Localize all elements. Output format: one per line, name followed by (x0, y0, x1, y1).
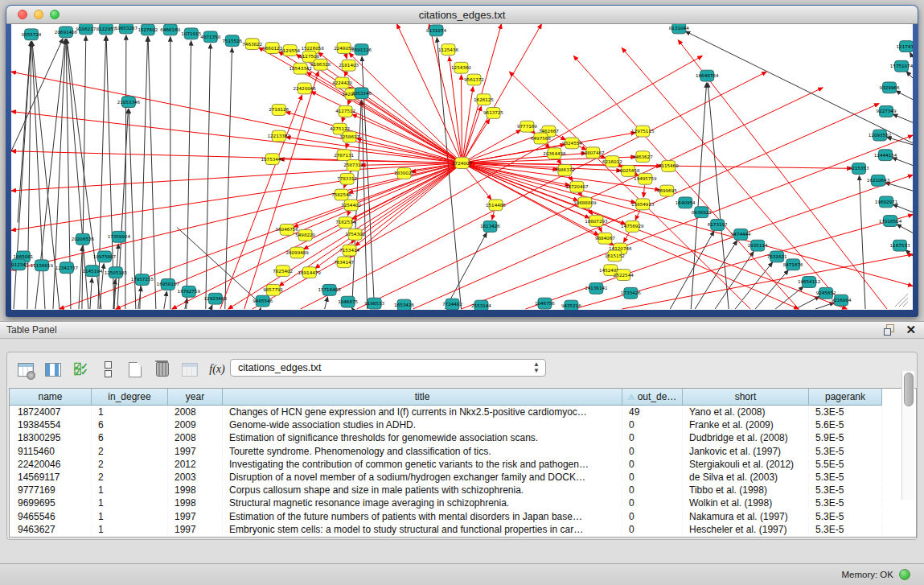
network-node[interactable]: 1640954 (676, 197, 696, 208)
network-node[interactable]: 4671358 (200, 31, 220, 43)
network-node[interactable]: 1217437 (897, 41, 913, 52)
network-node[interactable]: 8591326 (351, 44, 372, 56)
table-panel-header[interactable]: Table Panel ✕ (0, 321, 924, 339)
cell-short[interactable]: Wolkin et al. (1998) (683, 497, 809, 509)
network-node[interactable]: 4127512 (335, 106, 355, 117)
cell-year[interactable]: 1997 (168, 524, 223, 535)
network-node[interactable]: 12923488 (204, 293, 228, 304)
network-node[interactable]: 8131044 (669, 24, 689, 34)
table-row[interactable]: 969969511998Structural magnetic resonanc… (10, 496, 916, 509)
row-height-icon[interactable] (97, 359, 118, 380)
network-node[interactable]: 12975115 (631, 126, 655, 137)
network-node[interactable]: 2553144 (471, 300, 491, 310)
network-node[interactable]: 16648784 (696, 70, 719, 81)
cell-in_degree[interactable]: 1 (92, 511, 168, 522)
cell-out_degree[interactable]: 49 (622, 406, 683, 418)
network-node[interactable]: 11156819 (31, 260, 54, 271)
network-node[interactable]: 9561372 (464, 74, 484, 85)
cell-year[interactable]: 2008 (168, 432, 223, 443)
cell-in_degree[interactable]: 1 (92, 497, 168, 509)
network-node[interactable]: 9613725 (483, 108, 503, 119)
network-node[interactable]: 2522544 (614, 270, 634, 281)
network-node[interactable]: 6173197 (708, 220, 728, 231)
network-node[interactable]: 15716485 (318, 284, 341, 295)
table-row[interactable]: 2242004622012Investigating the contribut… (10, 458, 916, 471)
cell-pagerank[interactable]: 5.3E-5 (809, 406, 882, 418)
network-node[interactable]: 15654923 (631, 199, 655, 210)
cell-short[interactable]: Yano et al. (2008) (683, 406, 809, 418)
network-node[interactable]: 20206536 (72, 233, 95, 245)
cell-name[interactable]: 18300295 (10, 432, 92, 443)
network-node[interactable]: 2718126 (269, 105, 289, 116)
cell-short[interactable]: Hescheler et al. (1997) (683, 524, 809, 535)
cell-year[interactable]: 1998 (168, 497, 223, 509)
network-node[interactable]: 8131074 (426, 25, 446, 36)
network-canvas[interactable]: 9355724206914069106217812295710653287152… (11, 24, 913, 310)
network-node[interactable]: 9245652 (816, 287, 836, 299)
network-node[interactable]: 9198533 (364, 298, 384, 309)
col-header-short[interactable]: short (683, 389, 809, 406)
cell-year[interactable]: 1997 (168, 446, 223, 457)
table-row[interactable]: 1456911722003Disruption of a novel membe… (10, 471, 916, 484)
cell-pagerank[interactable]: 5.3E-5 (809, 472, 882, 483)
network-node[interactable]: 20364436 (543, 148, 566, 159)
network-node[interactable]: 10654112 (798, 277, 820, 288)
cell-year[interactable]: 2012 (168, 459, 223, 470)
network-node[interactable]: 9777169 (517, 121, 537, 132)
network-node[interactable]: 12505185 (105, 267, 128, 278)
network-node[interactable]: 7153414 (339, 245, 359, 256)
network-node[interactable]: 6216012 (602, 156, 622, 167)
cell-short[interactable]: de Silva et al. (2003) (683, 472, 809, 483)
table-row[interactable]: 1830029562008Estimation of significance … (10, 431, 916, 444)
col-header-year[interactable]: year (168, 389, 223, 406)
network-node[interactable]: 9699695 (657, 185, 677, 196)
select-columns-check-icon[interactable]: ☑✓☑✓ (70, 359, 91, 380)
cell-pagerank[interactable]: 5.9E-5 (809, 432, 882, 443)
cell-out_degree[interactable]: 0 (622, 446, 683, 457)
cell-title[interactable]: Investigating the contribution of common… (223, 459, 622, 470)
network-node[interactable]: 14136141 (585, 282, 608, 294)
cell-short[interactable]: Franke et al. (2009) (683, 419, 809, 431)
network-node[interactable]: 9463627 (633, 151, 653, 163)
network-node[interactable]: 7254402 (341, 200, 361, 211)
network-node[interactable]: 1125436 (438, 44, 458, 56)
function-builder-icon[interactable]: f(x) (207, 359, 228, 380)
cell-year[interactable]: 2003 (168, 472, 223, 483)
cell-name[interactable]: 19384554 (10, 419, 92, 431)
network-node[interactable]: 3258617 (339, 131, 359, 142)
cell-pagerank[interactable]: 5.3E-5 (809, 511, 882, 522)
cell-name[interactable]: 22420046 (10, 459, 92, 470)
network-node[interactable]: 17359924 (108, 231, 131, 242)
table-row[interactable]: 946362711997Embryonic stem cells: a mode… (10, 523, 916, 536)
cell-name[interactable]: 14569117 (10, 472, 92, 483)
network-node[interactable]: 16958107 (157, 279, 180, 290)
network-node[interactable]: 1167533 (890, 240, 910, 251)
network-node[interactable]: 1615152 (605, 250, 625, 262)
network-node[interactable]: 7986372 (555, 165, 575, 176)
col-header-title[interactable]: title (223, 389, 622, 406)
cell-title[interactable]: Tourette syndrome. Phenomenology and cla… (223, 446, 622, 457)
table-selector-dropdown[interactable]: citations_edges.txt ▲▼ (230, 359, 546, 377)
network-node[interactable]: 21053346 (117, 97, 141, 108)
cell-out_degree[interactable]: 0 (622, 511, 683, 522)
network-node[interactable]: 2787131 (334, 150, 354, 161)
table-row[interactable]: 911546021997Tourette syndrome. Phenomeno… (10, 445, 916, 458)
network-node[interactable]: 5498220 (295, 229, 315, 241)
network-node[interactable]: 20691406 (55, 27, 78, 38)
cell-year[interactable]: 1998 (168, 484, 223, 496)
table-scrollbar[interactable] (901, 371, 914, 500)
float-panel-icon[interactable] (883, 323, 895, 336)
cell-in_degree[interactable]: 2 (92, 446, 168, 457)
cell-out_degree[interactable]: 0 (622, 472, 683, 483)
network-node[interactable]: 1145194 (82, 266, 102, 277)
network-node[interactable]: 10753441 (261, 154, 285, 165)
cell-out_degree[interactable]: 0 (622, 524, 683, 535)
network-node[interactable]: 8471676 (783, 259, 803, 270)
network-node[interactable]: 1613426 (480, 221, 500, 233)
cell-in_degree[interactable]: 6 (92, 419, 168, 431)
network-node[interactable]: 9884067 (595, 233, 615, 244)
network-window-titlebar[interactable]: citations_edges.txt (6, 6, 918, 24)
network-node[interactable]: 1626125 (474, 94, 494, 105)
network-node[interactable]: 7515526 (222, 35, 242, 47)
cell-out_degree[interactable]: 0 (622, 459, 683, 470)
